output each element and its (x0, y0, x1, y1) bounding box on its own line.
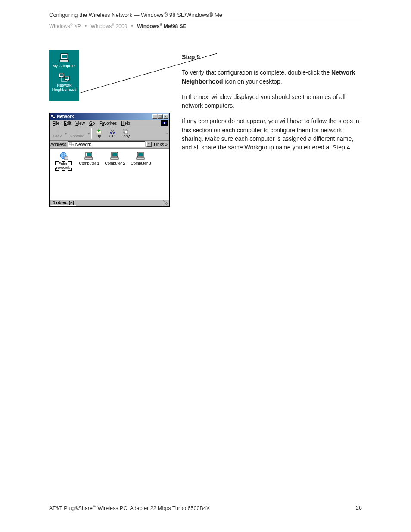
svg-rect-20 (69, 143, 72, 144)
back-button[interactable]: Back (50, 129, 64, 138)
maximize-button[interactable]: □ (158, 114, 163, 119)
network-neighborhood-icon[interactable]: NetworkNeighborhood (51, 73, 78, 92)
my-computer-label: My Computer (51, 64, 78, 68)
svg-rect-19 (125, 130, 128, 134)
paragraph-2: In the next window displayed you should … (182, 93, 362, 110)
folder-up-icon (95, 129, 102, 134)
up-button[interactable]: Up (93, 129, 105, 138)
address-network-icon (69, 142, 74, 146)
menu-view[interactable]: View (73, 121, 87, 126)
entire-network-item[interactable]: EntireNetwork (53, 152, 74, 171)
network-icon (59, 73, 70, 82)
resize-grip-icon[interactable] (163, 200, 168, 205)
svg-rect-21 (72, 144, 74, 146)
copy-button[interactable]: Copy (118, 129, 132, 138)
svg-rect-3 (60, 60, 68, 62)
computer-3-item[interactable]: Computer 3 (130, 152, 152, 165)
menubar: File Edit View Go Favorites Help (50, 120, 169, 127)
address-label: Address (50, 142, 66, 147)
bc-item-me98: Windows® Me/98 SE (137, 23, 187, 29)
svg-point-14 (164, 122, 165, 124)
svg-rect-2 (62, 55, 67, 58)
bc-sep: • (131, 23, 133, 29)
toolbar: Back ▾ Forward ▾ Up (50, 127, 169, 141)
svg-rect-31 (138, 153, 143, 156)
address-value: Network (75, 142, 91, 147)
svg-rect-25 (87, 153, 91, 156)
close-button[interactable]: × (163, 114, 168, 119)
menu-help[interactable]: Help (119, 121, 132, 126)
forward-button[interactable]: Forward (68, 129, 87, 138)
back-arrow-icon (54, 129, 60, 134)
globe-network-icon (58, 152, 68, 160)
throbber-icon (161, 120, 168, 126)
cut-button[interactable]: Cut (107, 129, 118, 138)
minimize-button[interactable]: _ (152, 114, 157, 119)
forward-dropdown-icon[interactable]: ▾ (87, 132, 90, 136)
svg-rect-23 (64, 157, 68, 160)
svg-rect-5 (60, 74, 63, 76)
bc-item-xp: Windows® XP (49, 23, 81, 29)
svg-rect-29 (111, 158, 118, 159)
client-area: EntireNetwork Computer 1 Computer 2 Comp… (50, 149, 169, 199)
computer-1-item[interactable]: Computer 1 (78, 152, 100, 165)
copy-icon (122, 129, 128, 134)
addressbar: Address Network ▾ Links » (50, 141, 169, 149)
callout-line (79, 69, 216, 69)
computer-icon (136, 152, 146, 160)
status-text: 4 object(s) (50, 200, 76, 206)
svg-rect-7 (65, 77, 68, 79)
scissors-icon (109, 129, 115, 134)
paragraph-3: If any computers do not appear, you will… (182, 117, 362, 152)
svg-rect-32 (137, 158, 144, 159)
back-dropdown-icon[interactable]: ▾ (64, 132, 68, 136)
menu-file[interactable]: File (50, 121, 62, 126)
toolbar-separator (106, 128, 106, 139)
toolbar-separator (91, 128, 92, 139)
svg-rect-11 (51, 115, 53, 117)
svg-rect-28 (112, 153, 117, 156)
forward-arrow-icon (75, 129, 81, 134)
footer-product: AT&T Plug&Share™ Wireless PCI Adapter 22… (49, 505, 210, 511)
page-footer: AT&T Plug&Share™ Wireless PCI Adapter 22… (49, 505, 362, 511)
address-dropdown-button[interactable]: ▾ (146, 142, 152, 147)
my-computer-icon[interactable]: My Computer (51, 53, 78, 68)
computer-icon (59, 53, 69, 63)
statusbar: 4 object(s) (50, 199, 169, 206)
menu-edit[interactable]: Edit (62, 121, 73, 126)
links-button[interactable]: Links » (153, 142, 168, 147)
network-neighborhood-label: NetworkNeighborhood (51, 84, 78, 92)
network-window: Network _ □ × File Edit View Go Favorite… (49, 113, 170, 207)
paragraph-1: To verify that configuration is complete… (182, 68, 362, 86)
page-number: 26 (356, 505, 362, 511)
computer-3-label: Computer 3 (130, 161, 152, 165)
computer-1-label: Computer 1 (78, 161, 100, 165)
instruction-text: Step 9 To verify that configuration is c… (182, 50, 362, 207)
titlebar[interactable]: Network _ □ × (50, 113, 169, 120)
bc-sep: • (85, 23, 87, 29)
window-title: Network (57, 114, 152, 119)
address-input[interactable]: Network (68, 141, 146, 147)
toolbar-more-icon[interactable]: » (165, 131, 168, 136)
desktop-snippet: My Computer NetworkNeighborhood (49, 50, 79, 101)
computer-2-item[interactable]: Computer 2 (104, 152, 126, 165)
page-header: Configuring the Wireless Network — Windo… (49, 12, 362, 20)
entire-network-label: EntireNetwork (55, 161, 71, 171)
bc-item-2000: Windows® 2000 (91, 23, 128, 29)
computer-2-label: Computer 2 (104, 161, 126, 165)
svg-rect-12 (53, 117, 55, 118)
computer-icon (84, 152, 94, 160)
computer-icon (110, 152, 120, 160)
breadcrumb: Windows® XP • Windows® 2000 • Windows® M… (49, 23, 362, 29)
menu-favorites[interactable]: Favorites (97, 121, 119, 126)
network-title-icon (50, 114, 56, 119)
svg-rect-26 (85, 158, 93, 159)
menu-go[interactable]: Go (87, 121, 97, 126)
